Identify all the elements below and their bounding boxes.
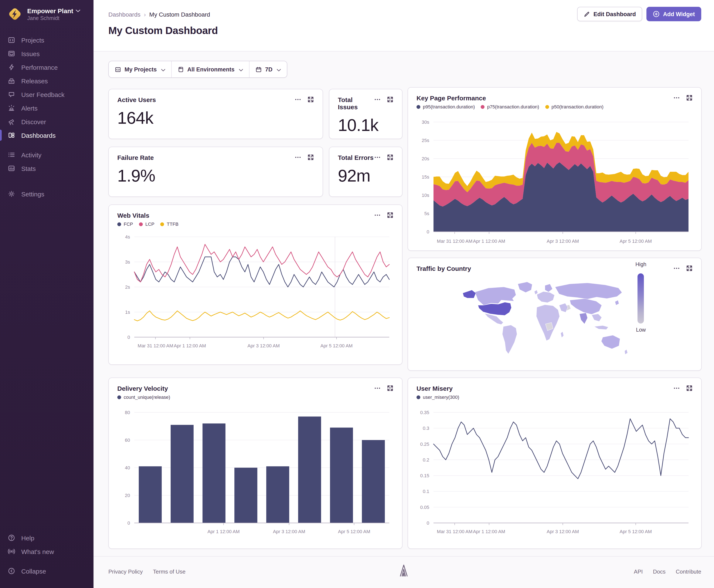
sidebar-item-label: Collapse: [21, 567, 46, 574]
country-scandinavia: [545, 284, 553, 292]
footer-link-docs[interactable]: Docs: [653, 568, 666, 575]
widget-menu-icon[interactable]: [673, 94, 680, 101]
svg-text:0: 0: [128, 335, 130, 340]
svg-text:Apr 1 12:00 AM: Apr 1 12:00 AM: [473, 529, 505, 534]
widget-menu-icon[interactable]: [374, 212, 381, 218]
org-switcher[interactable]: Empower Plant Jane Schmidt: [0, 0, 93, 22]
org-logo-icon: [7, 6, 23, 22]
widget-title: Key Page Performance: [416, 94, 486, 102]
legend-item[interactable]: count_unique(release): [117, 395, 170, 400]
widget-menu-icon[interactable]: [673, 385, 680, 392]
legend-dot: [545, 105, 549, 109]
widget-expand-icon[interactable]: [387, 212, 393, 218]
sidebar-item-settings[interactable]: Settings: [0, 187, 93, 201]
activity-icon: [8, 151, 15, 159]
breadcrumb-separator: ›: [144, 11, 146, 18]
sidebar-item-releases[interactable]: Releases: [0, 74, 93, 88]
widget-total-errors: Total Errors 92m: [329, 147, 403, 197]
user-feedback-icon: [8, 90, 15, 98]
legend-dot: [416, 395, 420, 399]
country-australia: [601, 335, 620, 349]
settings-icon: [8, 190, 15, 198]
widget-key-page-performance: Key Page Performance p95(transaction.dur…: [408, 87, 702, 251]
environment-filter-icon: [178, 66, 184, 72]
sidebar-item-issues[interactable]: Issues: [0, 47, 93, 60]
sidebar-item-whats-new[interactable]: What's new: [0, 545, 93, 558]
sidebar-item-label: Help: [21, 534, 35, 542]
date-range-filter[interactable]: 7D: [249, 61, 287, 77]
country-uk: [534, 290, 538, 294]
legend-item[interactable]: p95(transaction.duration): [416, 104, 475, 109]
sidebar-item-stats[interactable]: Stats: [0, 162, 93, 175]
edit-dashboard-button[interactable]: Edit Dashboard: [577, 7, 642, 21]
widget-expand-icon[interactable]: [387, 385, 393, 392]
svg-text:60: 60: [125, 438, 130, 443]
map-legend-high: High: [630, 261, 652, 268]
legend-item[interactable]: FCP: [117, 222, 133, 227]
widget-expand-icon[interactable]: [307, 154, 314, 161]
svg-text:0.2: 0.2: [423, 457, 429, 463]
legend-item[interactable]: p50(transaction.duration): [545, 104, 604, 109]
country-new-zealand: [625, 349, 628, 354]
sidebar-item-label: Releases: [21, 77, 48, 84]
sidebar-item-discover[interactable]: Discover: [0, 115, 93, 128]
widget-menu-icon[interactable]: [374, 96, 381, 103]
widget-delivery-velocity: Delivery Velocity count_unique(release) …: [108, 378, 403, 549]
sidebar-item-dashboards[interactable]: Dashboards: [0, 128, 93, 142]
footer-link-contribute[interactable]: Contribute: [676, 568, 701, 575]
sidebar-item-performance[interactable]: Performance: [0, 60, 93, 74]
legend-item[interactable]: TTFB: [160, 222, 178, 227]
legend-item[interactable]: LCP: [139, 222, 154, 227]
add-widget-button[interactable]: Add Widget: [646, 7, 701, 21]
sidebar-collapse-button[interactable]: Collapse: [0, 564, 93, 578]
sidebar-item-alerts[interactable]: Alerts: [0, 101, 93, 115]
environment-filter-label: All Environments: [188, 66, 235, 72]
legend-item[interactable]: p75(transaction.duration): [481, 104, 539, 109]
sentry-logo: [399, 564, 409, 579]
sidebar-item-activity[interactable]: Activity: [0, 148, 93, 162]
sidebar-item-label: Discover: [21, 118, 46, 125]
filter-bar: My Projects All Environments 7D: [108, 61, 287, 78]
widget-menu-icon[interactable]: [295, 96, 301, 103]
country-europe: [537, 291, 555, 303]
footer-link-privacy[interactable]: Privacy Policy: [108, 568, 143, 575]
widget-menu-icon[interactable]: [673, 265, 680, 272]
issues-icon: [8, 50, 15, 57]
environment-filter[interactable]: All Environments: [171, 61, 249, 77]
svg-text:Apr 3 12:00 AM: Apr 3 12:00 AM: [547, 529, 579, 534]
widget-expand-icon[interactable]: [387, 154, 393, 161]
key-page-performance-chart: 05s10s15s20s25s30sMar 31 12:00 AMApr 1 1…: [416, 113, 694, 245]
chart-legend: p95(transaction.duration)p75(transaction…: [416, 104, 693, 109]
footer-link-api[interactable]: API: [634, 568, 643, 575]
svg-text:Apr 3 12:00 AM: Apr 3 12:00 AM: [273, 529, 305, 534]
page-footer: Privacy Policy Terms of Use API Docs Con…: [93, 556, 714, 588]
widget-expand-icon[interactable]: [387, 96, 393, 103]
sidebar: Empower Plant Jane Schmidt Projects Issu…: [0, 0, 93, 588]
widget-expand-icon[interactable]: [686, 94, 693, 101]
sidebar-item-label: Dashboards: [21, 131, 56, 139]
sidebar-item-label: Alerts: [21, 104, 38, 112]
chevron-down-icon: [277, 66, 281, 72]
widget-expand-icon[interactable]: [686, 265, 693, 272]
project-filter-label: My Projects: [125, 66, 157, 72]
widget-expand-icon[interactable]: [307, 96, 314, 103]
country-south-america: [502, 325, 517, 354]
footer-link-terms[interactable]: Terms of Use: [153, 568, 186, 575]
sidebar-item-user-feedback[interactable]: User Feedback: [0, 88, 93, 101]
help-icon: [8, 534, 15, 542]
project-filter[interactable]: My Projects: [109, 61, 171, 77]
legend-item[interactable]: user_misery(300): [416, 395, 459, 400]
sidebar-item-help[interactable]: Help: [0, 531, 93, 545]
widget-expand-icon[interactable]: [686, 385, 693, 392]
widget-menu-icon[interactable]: [295, 154, 301, 161]
legend-dot: [160, 222, 164, 226]
breadcrumb-dashboards[interactable]: Dashboards: [108, 11, 140, 18]
web-vitals-chart: 01s2s3s4sMar 31 12:00 AMApr 1 12:00 AMAp…: [117, 231, 394, 350]
app-root: Empower Plant Jane Schmidt Projects Issu…: [0, 0, 714, 588]
country-india: [580, 313, 588, 324]
widget-title: Total Errors: [338, 154, 373, 161]
widget-menu-icon[interactable]: [374, 385, 381, 392]
widget-menu-icon[interactable]: [374, 154, 381, 161]
projects-icon: [8, 36, 15, 44]
sidebar-item-projects[interactable]: Projects: [0, 33, 93, 47]
